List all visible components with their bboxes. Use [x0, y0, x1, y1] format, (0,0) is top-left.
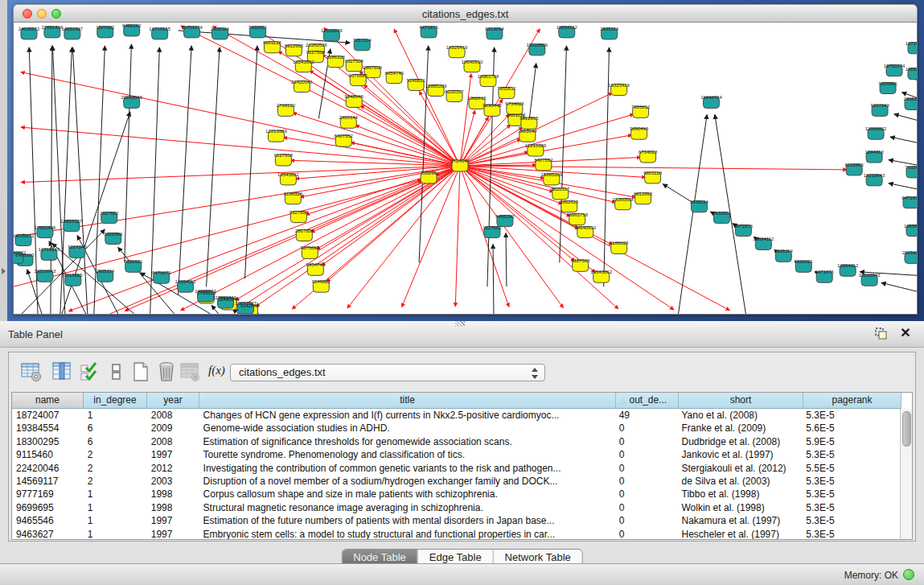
float-panel-icon[interactable]	[874, 327, 889, 341]
table-row[interactable]: 969969511998Structural magnetic resonanc…	[12, 501, 900, 514]
graph-node-label: 9242848	[345, 94, 364, 99]
cell-title: Genome-wide association studies in ADHD.	[199, 422, 615, 435]
table-row[interactable]: 1830029562008Estimation of significance …	[12, 435, 900, 448]
citation-edge-black	[560, 46, 567, 263]
table-row[interactable]: 2242004622012Investigating the contribut…	[12, 462, 900, 475]
graph-node-label: 1244413	[864, 150, 884, 154]
table-selector-dropdown[interactable]: citations_edges.txt	[230, 364, 545, 381]
graph-node-label: 9890448	[483, 103, 502, 108]
table-row[interactable]: 946362711997Embryonic stem cells: a mode…	[12, 528, 900, 539]
memory-ok-indicator-icon[interactable]	[903, 569, 914, 580]
vertical-scrollbar[interactable]	[900, 409, 912, 539]
scrollbar-thumb[interactable]	[902, 411, 911, 447]
cell-pagerank: 5.3E-5	[802, 475, 900, 488]
split-pane-grip[interactable]	[455, 321, 465, 327]
table-row[interactable]: 946554611997Estimation of the future num…	[12, 514, 900, 527]
citation-edge-black	[889, 183, 917, 189]
column-header-name[interactable]: name	[12, 393, 84, 409]
clear-selection-icon[interactable]	[105, 360, 128, 383]
cell-short: de Silva et al. (2003)	[678, 475, 803, 488]
column-header-out-de-[interactable]: △out_de...	[616, 393, 679, 409]
graph-node-label: 16210643	[35, 269, 56, 274]
new-table-icon[interactable]	[129, 360, 152, 383]
cell-in-degree: 2	[84, 462, 147, 475]
graph-node-label: 7632621	[905, 165, 917, 170]
network-view-window[interactable]: citations_edges.txt 86011288912955222605…	[13, 4, 918, 315]
cell-short: Franke et al. (2009)	[678, 422, 803, 435]
close-panel-icon[interactable]: ✕	[898, 325, 913, 341]
graph-node-label: 8215955	[64, 273, 83, 278]
graph-node-label: 16210643	[864, 173, 885, 178]
graph-node-label: 10653327	[235, 301, 257, 306]
cell-year: 1997	[147, 528, 199, 539]
citation-edge-black	[493, 244, 494, 314]
column-header-in-degree[interactable]: in_degree	[84, 393, 147, 409]
graph-node-label: 18325419	[446, 45, 468, 50]
graph-node-label: 8427552	[534, 158, 553, 163]
application-window: citations_edges.txt 86011288912955222605…	[0, 0, 924, 585]
graph-node-label: 2935114	[211, 27, 230, 31]
graph-node-label: 8454749	[385, 71, 405, 76]
cell-pagerank: 5.3E-5	[802, 528, 900, 539]
delete-icon[interactable]	[155, 360, 178, 383]
table-row[interactable]: 977716911998Corpus callosum shape and si…	[12, 488, 900, 501]
graph-node-label: 2935114	[774, 249, 794, 253]
citation-network-graph[interactable]: 8601128891295522260538912750816543862818…	[14, 23, 917, 314]
table-mode-icon[interactable]	[20, 360, 43, 383]
graph-node-label: 2803144	[518, 129, 537, 134]
table-row[interactable]: 1938455462009Genome-wide association stu…	[12, 422, 900, 435]
column-header-year[interactable]: year	[147, 393, 199, 409]
graph-node-label: 16543862	[277, 172, 299, 177]
column-header-short[interactable]: short	[679, 393, 803, 409]
table-panel-titlebar[interactable]: Table Panel ✕	[0, 321, 924, 348]
graph-node-label: 9375685	[349, 73, 368, 78]
graph-node-label: 10654112	[175, 279, 197, 284]
expand-panel-arrow-icon[interactable]	[2, 268, 6, 274]
graph-node-label: 2803144	[339, 115, 359, 120]
table-row[interactable]: 1872400712008Changes of HCN gene express…	[12, 409, 900, 422]
graph-node-label: 2935114	[96, 269, 115, 274]
citation-edge-red	[455, 166, 460, 307]
graph-node-label: 18325419	[608, 83, 630, 88]
column-header-pagerank[interactable]: pagerank	[803, 393, 901, 409]
graph-node-label: 10719135	[39, 247, 60, 252]
graph-node-label: 7632621	[713, 211, 732, 216]
cell-out-de-: 0	[615, 488, 678, 501]
graph-node-label: 19751074	[884, 64, 906, 68]
table-row[interactable]: 1456911722003Disruption of a novel membe…	[12, 475, 900, 488]
cell-year: 1997	[147, 448, 199, 461]
graph-node-label: 9227349	[68, 245, 87, 249]
graph-node-label: 2718120	[277, 103, 296, 108]
column-header-title[interactable]: title	[199, 393, 616, 409]
cell-name: 9699695	[12, 501, 84, 514]
citation-edge-black	[890, 137, 917, 142]
citation-edge-red	[235, 166, 460, 300]
cell-year: 2009	[147, 422, 199, 435]
network-canvas[interactable]: 8601128891295522260538912750816543862818…	[13, 23, 918, 315]
select-all-icon[interactable]	[80, 360, 102, 383]
table-row[interactable]: 911546021997Tourette syndrome. Phenomeno…	[12, 448, 900, 461]
function-builder-icon[interactable]: f(x)	[208, 364, 225, 377]
graph-node-label: 1362615	[467, 96, 487, 101]
citation-edge-red	[460, 166, 563, 308]
cell-name: 9115460	[12, 448, 84, 461]
citation-edge-black	[881, 282, 917, 291]
cell-in-degree: 1	[84, 528, 147, 539]
window-titlebar[interactable]: citations_edges.txt	[13, 4, 918, 23]
select-column-icon[interactable]	[51, 360, 73, 383]
graph-node-label: 9127508	[571, 258, 590, 263]
graph-node-label: 7632621	[795, 259, 814, 264]
table-header-row[interactable]: namein_degreeyeartitle△out_de...shortpag…	[12, 393, 912, 409]
cell-short: Stergiakouli et al. (2012)	[678, 462, 803, 475]
cell-pagerank: 5.3E-5	[802, 501, 900, 514]
cell-pagerank: 5.3E-5	[802, 514, 900, 527]
cell-in-degree: 2	[84, 448, 147, 461]
graph-node-label: 9375685	[301, 245, 320, 250]
cell-in-degree: 2	[84, 475, 147, 488]
graph-node-label: 8220317	[445, 89, 464, 94]
cell-year: 2008	[147, 409, 199, 422]
citation-edge-red	[283, 138, 460, 166]
cell-name: 19384554	[12, 422, 84, 435]
dropdown-arrows-icon	[531, 367, 538, 380]
status-bar: Memory: OK	[0, 563, 924, 585]
